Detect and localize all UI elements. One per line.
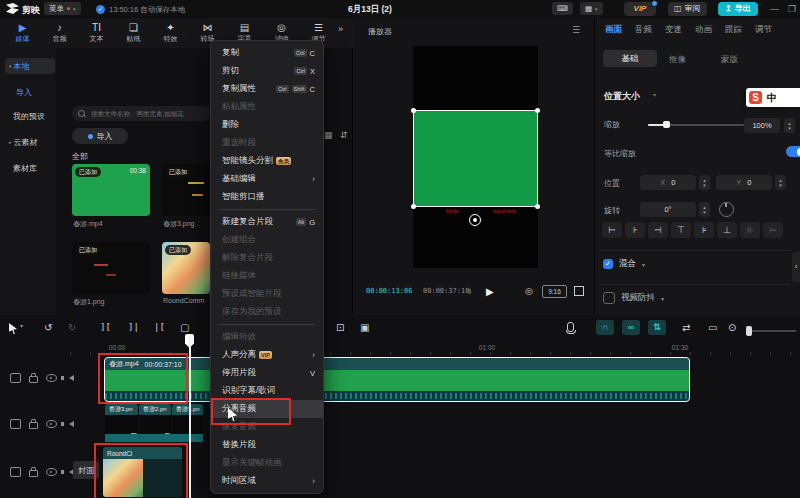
timeline-clip-image-3[interactable]: 春游3.pn	[105, 404, 138, 434]
link-clips-icon[interactable]: ∞	[622, 320, 640, 335]
mask-view-icon[interactable]: ▭	[708, 322, 717, 333]
rotate-handle[interactable]	[469, 214, 481, 226]
tab-animation[interactable]: 动画	[695, 24, 712, 36]
position-x-stepper[interactable]: ▲▼	[699, 175, 710, 190]
caret-down-icon[interactable]: ▾	[642, 261, 645, 268]
sidebar-item-cloud-assets[interactable]: ▸ 云素材	[5, 134, 55, 150]
menu-button[interactable]: 菜单 ▾	[44, 2, 81, 15]
tab-picture[interactable]: 画面	[605, 24, 622, 36]
preview-axis-icon[interactable]: ⇅	[648, 320, 666, 335]
snapshot-icon[interactable]: ▣	[360, 322, 369, 333]
tab-effects[interactable]: ✦ 特效	[152, 18, 189, 48]
filter-all-label[interactable]: 全部	[72, 151, 88, 162]
scale-value-box[interactable]: 100%	[744, 118, 780, 133]
eye-icon[interactable]	[46, 420, 57, 428]
redo-icon[interactable]: ↻	[68, 322, 76, 333]
menu-item-vocal-separation[interactable]: 人声分离 VIP ›	[211, 346, 323, 364]
menu-item-copy-attributes[interactable]: 复制属性 CtrlShiftC	[211, 80, 323, 98]
align-v-center-icon[interactable]: ⊧	[694, 222, 714, 238]
play-button[interactable]: ▶	[486, 286, 494, 297]
media-item-video[interactable]: 已添加 00:38 春游.mp4	[72, 164, 150, 216]
frame-step-icon[interactable]: ‖	[468, 287, 471, 296]
selected-video-layer[interactable]	[413, 110, 538, 207]
review-button[interactable]: ◫ 审阅	[668, 2, 707, 16]
menu-item-smart-talk-cut[interactable]: 智能剪口播	[211, 188, 323, 206]
scale-stepper[interactable]: ▲▼	[784, 118, 795, 133]
timeline-zoom-slider[interactable]	[748, 330, 796, 332]
tab-text[interactable]: TI 文本	[78, 18, 115, 48]
rotate-stepper[interactable]: ▲▼	[699, 202, 710, 217]
snap-magnet-icon[interactable]: ∩	[596, 320, 614, 335]
tab-speed[interactable]: 变速	[665, 24, 682, 36]
align-left-icon[interactable]: ⊢	[602, 222, 622, 238]
maximize-button[interactable]: ❐	[788, 4, 796, 14]
undo-icon[interactable]: ↺	[44, 322, 52, 333]
rotate-value-field[interactable]: 0°	[640, 202, 696, 217]
menu-item-new-compound-clip[interactable]: 新建复合片段 AltG	[211, 213, 323, 231]
tab-sticker[interactable]: ❏ 贴纸	[115, 18, 152, 48]
tab-media[interactable]: ▶ 媒体	[4, 18, 41, 48]
collapse-caret-icon[interactable]: ▾	[653, 91, 656, 98]
tab-tracking[interactable]: 跟踪	[725, 24, 742, 36]
timeline-clip-image-1[interactable]: 春游1.pn	[172, 404, 203, 434]
caret-down-icon[interactable]: ▾	[661, 295, 664, 302]
vip-button[interactable]: VIP	[624, 2, 656, 16]
lock-icon[interactable]	[29, 422, 38, 429]
media-search-box[interactable]	[72, 106, 212, 121]
timeline-zoom-knob[interactable]	[746, 326, 752, 336]
sidebar-item-my-presets[interactable]: 我的预设	[5, 108, 59, 124]
subtab-basic[interactable]: 基础	[603, 50, 657, 67]
position-y-stepper[interactable]: ▲▼	[775, 175, 786, 190]
select-tool-caret[interactable]: ▾	[20, 322, 23, 329]
more-tabs-button[interactable]: »	[338, 24, 343, 34]
eye-icon[interactable]	[46, 468, 57, 476]
export-button[interactable]: ↥ 导出	[718, 2, 758, 16]
menu-item-delete[interactable]: 删除	[211, 116, 323, 134]
import-button[interactable]: 导入	[72, 128, 128, 144]
aspect-ratio-button[interactable]: 9:16	[542, 285, 567, 298]
timeline-clip-image-2[interactable]: 春游2.pn	[139, 404, 171, 434]
tab-audio[interactable]: ♪ 音频	[41, 18, 78, 48]
preview-canvas[interactable]: birds squirrels	[413, 46, 538, 268]
mute-speaker-icon[interactable]	[69, 421, 74, 427]
resize-handle-bl[interactable]	[411, 204, 416, 209]
menu-item-disable-clip[interactable]: 停用片段 V	[211, 364, 323, 382]
timeline-clip-main-video[interactable]: 春游.mp4 00:00:37:10	[105, 358, 689, 401]
ime-toolbar[interactable]: S 中	[746, 88, 800, 107]
rotate-knob[interactable]	[719, 202, 734, 217]
split-icon[interactable]: ][	[100, 322, 111, 332]
align-bottom-icon[interactable]: ⊥	[717, 222, 737, 238]
mute-speaker-icon[interactable]	[69, 375, 74, 381]
sidebar-item-stock-library[interactable]: 素材库	[5, 160, 59, 176]
subtab-cutout[interactable]: 抠像	[669, 54, 686, 66]
menu-item-replace-clip[interactable]: 替换片段	[211, 436, 323, 454]
minimize-button[interactable]: —	[770, 4, 779, 14]
playhead-line[interactable]	[189, 336, 191, 498]
sidebar-item-local[interactable]: ▾ 本地	[5, 58, 55, 74]
scale-slider-knob[interactable]	[663, 121, 670, 128]
mirror-icon[interactable]: ⇄	[682, 322, 690, 333]
select-tool-icon[interactable]	[9, 323, 17, 334]
menu-item-cut[interactable]: 剪切 CtrlX	[211, 62, 323, 80]
media-item-image-1[interactable]: 已添加 春游1.png	[72, 242, 150, 294]
align-right-icon[interactable]: ⊣	[648, 222, 668, 238]
timeline-zoom-fit-icon[interactable]: ⊙	[728, 322, 736, 333]
player-options-icon[interactable]: ☰	[572, 25, 580, 35]
menu-item-smart-shot-split[interactable]: 智能镜头分割 会员	[211, 152, 323, 170]
resize-handle-tr[interactable]	[535, 108, 540, 113]
blend-checkbox[interactable]: ✓	[603, 259, 613, 269]
position-x-field[interactable]: X 0	[640, 175, 696, 190]
resize-handle-br[interactable]	[535, 204, 540, 209]
align-top-icon[interactable]: ⊤	[671, 222, 691, 238]
uniform-scale-toggle[interactable]	[786, 146, 800, 157]
lock-icon[interactable]	[29, 376, 38, 383]
subtab-mask[interactable]: 蒙版	[721, 54, 738, 66]
fullscreen-icon[interactable]	[574, 286, 584, 296]
split-delete-right-icon[interactable]: |[	[154, 322, 165, 332]
layout-switch-button[interactable]: ▦ ▾	[580, 2, 603, 15]
delete-icon[interactable]: ▢	[180, 322, 189, 333]
menu-item-time-range[interactable]: 时间区域 ›	[211, 472, 323, 490]
position-y-field[interactable]: Y 0	[716, 175, 772, 190]
resize-handle-tl[interactable]	[411, 108, 416, 113]
sidebar-item-import[interactable]: 导入	[5, 84, 62, 100]
